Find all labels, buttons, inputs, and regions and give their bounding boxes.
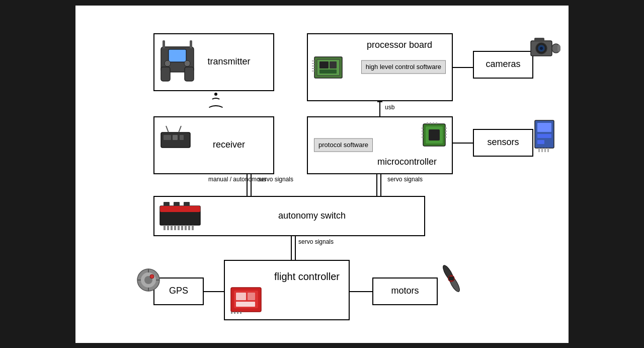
gps-to-fc-line xyxy=(204,291,224,292)
svg-rect-60 xyxy=(178,225,180,230)
svg-rect-33 xyxy=(429,129,440,141)
gps-box: GPS xyxy=(153,277,204,305)
svg-rect-11 xyxy=(330,61,337,68)
svg-rect-59 xyxy=(174,225,176,230)
svg-rect-45 xyxy=(436,122,437,124)
svg-line-29 xyxy=(166,126,169,132)
cameras-box: cameras xyxy=(473,51,533,79)
svg-rect-2 xyxy=(185,67,194,81)
svg-rect-40 xyxy=(445,133,447,135)
motors-box: motors xyxy=(372,277,438,305)
svg-rect-71 xyxy=(248,293,255,300)
receiver-box: receiver xyxy=(153,116,274,174)
svg-rect-12 xyxy=(319,69,337,74)
svg-rect-50 xyxy=(538,148,540,152)
svg-rect-58 xyxy=(171,225,173,230)
svg-rect-35 xyxy=(422,130,423,132)
svg-rect-57 xyxy=(167,225,169,230)
transmitter-icon xyxy=(158,39,196,85)
svg-rect-3 xyxy=(169,49,186,62)
svg-rect-62 xyxy=(185,225,187,230)
svg-rect-76 xyxy=(240,312,242,314)
sensor-icon xyxy=(533,119,558,154)
svg-rect-56 xyxy=(164,225,166,230)
protocol-sw-label: protocol software xyxy=(318,141,368,149)
svg-rect-48 xyxy=(537,134,551,138)
high-level-sw-box: high level control software xyxy=(361,60,446,74)
svg-rect-27 xyxy=(173,135,178,140)
svg-rect-51 xyxy=(541,148,543,152)
svg-rect-44 xyxy=(433,122,434,124)
svg-rect-55 xyxy=(160,206,200,212)
svg-rect-88 xyxy=(449,276,454,281)
camera-icon xyxy=(528,35,561,62)
cameras-label: cameras xyxy=(486,58,520,70)
svg-point-6 xyxy=(165,60,171,66)
usb-label: usb xyxy=(385,104,394,112)
cameras-line-ext xyxy=(453,67,473,68)
svg-rect-39 xyxy=(445,130,447,132)
svg-rect-28 xyxy=(180,135,184,140)
servo-signals-2-label: servo signals xyxy=(387,176,423,184)
svg-rect-16 xyxy=(312,68,314,69)
svg-rect-74 xyxy=(234,312,235,314)
autonomy-switch-box: autonomy switch xyxy=(153,196,425,236)
svg-rect-38 xyxy=(445,127,447,129)
svg-rect-17 xyxy=(312,71,314,72)
pb-to-mc-line xyxy=(379,101,380,116)
processor-board-icon xyxy=(312,54,345,82)
flight-controller-label: flight controller xyxy=(274,270,340,283)
svg-rect-4 xyxy=(163,40,165,48)
svg-rect-42 xyxy=(427,122,428,124)
svg-rect-73 xyxy=(231,312,232,314)
flight-controller-icon xyxy=(230,287,263,314)
processor-board-label: processor board xyxy=(367,39,432,51)
diagram: transmitter high level control software … xyxy=(75,6,569,343)
svg-point-7 xyxy=(184,60,190,66)
transmitter-box: transmitter xyxy=(153,33,274,91)
motors-label: motors xyxy=(391,285,419,297)
svg-point-80 xyxy=(150,274,154,279)
sensors-label: sensors xyxy=(487,136,519,148)
microcontroller-label: microcontroller xyxy=(377,156,437,168)
microcontroller-box: protocol software microcontroller xyxy=(307,116,453,174)
pb-bottom-line xyxy=(377,101,382,102)
svg-rect-67 xyxy=(184,202,190,206)
svg-rect-47 xyxy=(537,123,551,132)
svg-rect-53 xyxy=(547,148,549,152)
svg-rect-41 xyxy=(445,136,447,138)
transmitter-label: transmitter xyxy=(207,56,250,67)
autonomy-switch-icon xyxy=(158,201,204,231)
svg-rect-52 xyxy=(544,148,546,152)
svg-rect-5 xyxy=(190,40,192,48)
autonomy-switch-label: autonomy switch xyxy=(278,210,346,222)
gps-icon xyxy=(136,267,161,293)
mc-to-sensors-line xyxy=(453,143,473,144)
svg-rect-34 xyxy=(422,127,423,129)
svg-rect-75 xyxy=(237,312,238,314)
svg-line-30 xyxy=(179,126,181,132)
motor-icon xyxy=(435,262,468,295)
svg-rect-14 xyxy=(312,63,314,64)
svg-rect-26 xyxy=(164,135,171,140)
fc-to-motors-line xyxy=(350,291,372,292)
svg-rect-66 xyxy=(174,202,180,206)
svg-rect-15 xyxy=(312,65,314,66)
protocol-sw-box: protocol software xyxy=(314,138,373,152)
svg-rect-70 xyxy=(236,293,246,300)
receiver-label: receiver xyxy=(213,139,245,151)
svg-rect-65 xyxy=(164,202,170,206)
processor-board-box: high level control software processor bo… xyxy=(307,33,453,101)
sensors-box: sensors xyxy=(473,129,533,157)
svg-rect-63 xyxy=(188,225,190,230)
servo-signals-1-label: servo signals xyxy=(258,176,293,184)
svg-rect-64 xyxy=(192,225,194,230)
svg-rect-36 xyxy=(422,133,423,135)
svg-rect-43 xyxy=(430,122,431,124)
gps-label: GPS xyxy=(169,285,188,297)
svg-point-21 xyxy=(540,47,543,50)
svg-rect-13 xyxy=(312,60,314,61)
svg-rect-61 xyxy=(181,225,183,230)
svg-rect-22 xyxy=(534,38,544,42)
svg-rect-1 xyxy=(161,67,170,81)
